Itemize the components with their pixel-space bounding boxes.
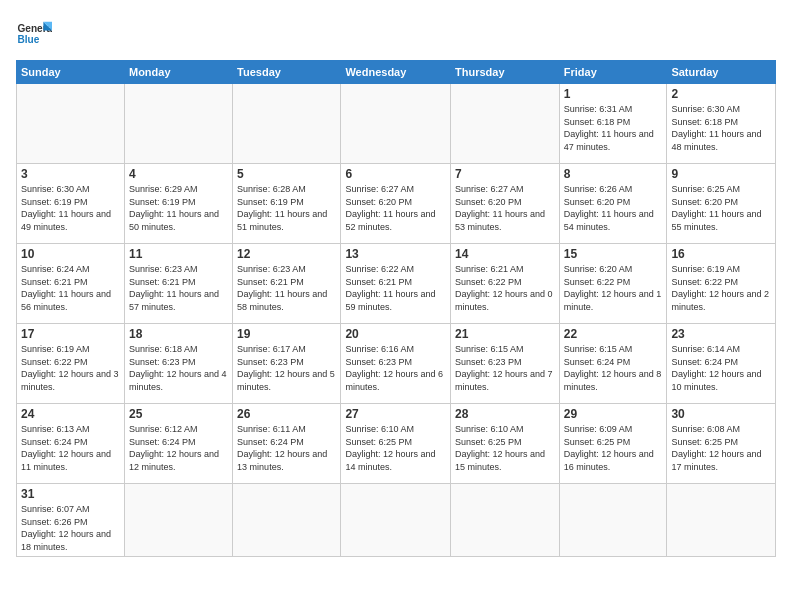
calendar-cell: 15Sunrise: 6:20 AM Sunset: 6:22 PM Dayli…	[559, 244, 667, 324]
day-info: Sunrise: 6:07 AM Sunset: 6:26 PM Dayligh…	[21, 503, 120, 553]
calendar-cell	[559, 484, 667, 557]
calendar-cell: 20Sunrise: 6:16 AM Sunset: 6:23 PM Dayli…	[341, 324, 451, 404]
day-info: Sunrise: 6:18 AM Sunset: 6:23 PM Dayligh…	[129, 343, 228, 393]
calendar-cell: 29Sunrise: 6:09 AM Sunset: 6:25 PM Dayli…	[559, 404, 667, 484]
header-day-sunday: Sunday	[17, 61, 125, 84]
calendar-cell: 5Sunrise: 6:28 AM Sunset: 6:19 PM Daylig…	[233, 164, 341, 244]
day-number: 8	[564, 167, 663, 181]
day-info: Sunrise: 6:21 AM Sunset: 6:22 PM Dayligh…	[455, 263, 555, 313]
day-number: 19	[237, 327, 336, 341]
day-number: 13	[345, 247, 446, 261]
day-info: Sunrise: 6:15 AM Sunset: 6:24 PM Dayligh…	[564, 343, 663, 393]
calendar-cell: 23Sunrise: 6:14 AM Sunset: 6:24 PM Dayli…	[667, 324, 776, 404]
day-info: Sunrise: 6:22 AM Sunset: 6:21 PM Dayligh…	[345, 263, 446, 313]
header-day-monday: Monday	[124, 61, 232, 84]
calendar-cell: 14Sunrise: 6:21 AM Sunset: 6:22 PM Dayli…	[451, 244, 560, 324]
day-info: Sunrise: 6:27 AM Sunset: 6:20 PM Dayligh…	[455, 183, 555, 233]
day-info: Sunrise: 6:23 AM Sunset: 6:21 PM Dayligh…	[129, 263, 228, 313]
day-number: 6	[345, 167, 446, 181]
header-day-saturday: Saturday	[667, 61, 776, 84]
day-number: 12	[237, 247, 336, 261]
day-number: 16	[671, 247, 771, 261]
header-day-friday: Friday	[559, 61, 667, 84]
calendar-cell	[667, 484, 776, 557]
calendar-cell	[341, 484, 451, 557]
svg-text:Blue: Blue	[17, 34, 39, 45]
week-row-3: 17Sunrise: 6:19 AM Sunset: 6:22 PM Dayli…	[17, 324, 776, 404]
calendar-cell	[233, 84, 341, 164]
calendar-table: SundayMondayTuesdayWednesdayThursdayFrid…	[16, 60, 776, 557]
calendar-cell: 31Sunrise: 6:07 AM Sunset: 6:26 PM Dayli…	[17, 484, 125, 557]
day-number: 18	[129, 327, 228, 341]
day-info: Sunrise: 6:08 AM Sunset: 6:25 PM Dayligh…	[671, 423, 771, 473]
day-info: Sunrise: 6:11 AM Sunset: 6:24 PM Dayligh…	[237, 423, 336, 473]
calendar-cell: 27Sunrise: 6:10 AM Sunset: 6:25 PM Dayli…	[341, 404, 451, 484]
calendar-cell: 16Sunrise: 6:19 AM Sunset: 6:22 PM Dayli…	[667, 244, 776, 324]
day-number: 5	[237, 167, 336, 181]
day-number: 7	[455, 167, 555, 181]
calendar-cell	[341, 84, 451, 164]
day-info: Sunrise: 6:29 AM Sunset: 6:19 PM Dayligh…	[129, 183, 228, 233]
day-number: 21	[455, 327, 555, 341]
calendar-cell: 10Sunrise: 6:24 AM Sunset: 6:21 PM Dayli…	[17, 244, 125, 324]
day-info: Sunrise: 6:19 AM Sunset: 6:22 PM Dayligh…	[21, 343, 120, 393]
day-number: 22	[564, 327, 663, 341]
calendar-cell: 22Sunrise: 6:15 AM Sunset: 6:24 PM Dayli…	[559, 324, 667, 404]
day-info: Sunrise: 6:30 AM Sunset: 6:18 PM Dayligh…	[671, 103, 771, 153]
day-number: 3	[21, 167, 120, 181]
calendar-cell: 17Sunrise: 6:19 AM Sunset: 6:22 PM Dayli…	[17, 324, 125, 404]
day-info: Sunrise: 6:10 AM Sunset: 6:25 PM Dayligh…	[345, 423, 446, 473]
week-row-0: 1Sunrise: 6:31 AM Sunset: 6:18 PM Daylig…	[17, 84, 776, 164]
week-row-4: 24Sunrise: 6:13 AM Sunset: 6:24 PM Dayli…	[17, 404, 776, 484]
calendar-cell: 8Sunrise: 6:26 AM Sunset: 6:20 PM Daylig…	[559, 164, 667, 244]
header-day-tuesday: Tuesday	[233, 61, 341, 84]
header-day-wednesday: Wednesday	[341, 61, 451, 84]
week-row-2: 10Sunrise: 6:24 AM Sunset: 6:21 PM Dayli…	[17, 244, 776, 324]
logo: General Blue	[16, 16, 52, 52]
day-info: Sunrise: 6:24 AM Sunset: 6:21 PM Dayligh…	[21, 263, 120, 313]
day-number: 27	[345, 407, 446, 421]
header-row: SundayMondayTuesdayWednesdayThursdayFrid…	[17, 61, 776, 84]
day-number: 23	[671, 327, 771, 341]
calendar-cell: 4Sunrise: 6:29 AM Sunset: 6:19 PM Daylig…	[124, 164, 232, 244]
day-number: 10	[21, 247, 120, 261]
day-info: Sunrise: 6:31 AM Sunset: 6:18 PM Dayligh…	[564, 103, 663, 153]
calendar-cell: 28Sunrise: 6:10 AM Sunset: 6:25 PM Dayli…	[451, 404, 560, 484]
day-info: Sunrise: 6:27 AM Sunset: 6:20 PM Dayligh…	[345, 183, 446, 233]
calendar-cell: 26Sunrise: 6:11 AM Sunset: 6:24 PM Dayli…	[233, 404, 341, 484]
week-row-1: 3Sunrise: 6:30 AM Sunset: 6:19 PM Daylig…	[17, 164, 776, 244]
calendar-cell: 9Sunrise: 6:25 AM Sunset: 6:20 PM Daylig…	[667, 164, 776, 244]
day-info: Sunrise: 6:12 AM Sunset: 6:24 PM Dayligh…	[129, 423, 228, 473]
day-number: 17	[21, 327, 120, 341]
calendar-cell: 1Sunrise: 6:31 AM Sunset: 6:18 PM Daylig…	[559, 84, 667, 164]
day-info: Sunrise: 6:23 AM Sunset: 6:21 PM Dayligh…	[237, 263, 336, 313]
calendar-cell: 3Sunrise: 6:30 AM Sunset: 6:19 PM Daylig…	[17, 164, 125, 244]
logo-icon: General Blue	[16, 16, 52, 52]
day-number: 11	[129, 247, 228, 261]
day-number: 25	[129, 407, 228, 421]
header-day-thursday: Thursday	[451, 61, 560, 84]
day-info: Sunrise: 6:15 AM Sunset: 6:23 PM Dayligh…	[455, 343, 555, 393]
calendar-cell	[124, 484, 232, 557]
day-number: 14	[455, 247, 555, 261]
week-row-5: 31Sunrise: 6:07 AM Sunset: 6:26 PM Dayli…	[17, 484, 776, 557]
day-number: 26	[237, 407, 336, 421]
day-number: 1	[564, 87, 663, 101]
calendar-cell: 7Sunrise: 6:27 AM Sunset: 6:20 PM Daylig…	[451, 164, 560, 244]
day-number: 4	[129, 167, 228, 181]
day-info: Sunrise: 6:16 AM Sunset: 6:23 PM Dayligh…	[345, 343, 446, 393]
day-number: 20	[345, 327, 446, 341]
day-info: Sunrise: 6:25 AM Sunset: 6:20 PM Dayligh…	[671, 183, 771, 233]
day-number: 2	[671, 87, 771, 101]
day-info: Sunrise: 6:28 AM Sunset: 6:19 PM Dayligh…	[237, 183, 336, 233]
day-number: 29	[564, 407, 663, 421]
calendar-cell	[451, 484, 560, 557]
day-number: 31	[21, 487, 120, 501]
calendar-cell: 25Sunrise: 6:12 AM Sunset: 6:24 PM Dayli…	[124, 404, 232, 484]
calendar-cell: 13Sunrise: 6:22 AM Sunset: 6:21 PM Dayli…	[341, 244, 451, 324]
day-info: Sunrise: 6:13 AM Sunset: 6:24 PM Dayligh…	[21, 423, 120, 473]
day-number: 30	[671, 407, 771, 421]
day-number: 28	[455, 407, 555, 421]
day-info: Sunrise: 6:10 AM Sunset: 6:25 PM Dayligh…	[455, 423, 555, 473]
calendar-cell: 12Sunrise: 6:23 AM Sunset: 6:21 PM Dayli…	[233, 244, 341, 324]
